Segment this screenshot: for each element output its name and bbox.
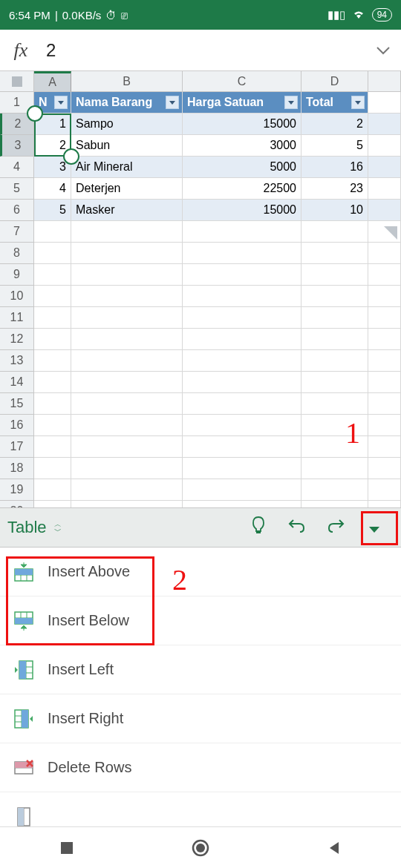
cell[interactable] xyxy=(71,329,183,350)
row-header-3[interactable]: 3 xyxy=(0,135,34,157)
cell[interactable] xyxy=(34,221,71,243)
cell[interactable] xyxy=(368,415,401,436)
filter-dropdown-icon[interactable] xyxy=(166,96,179,109)
cell[interactable]: Total xyxy=(301,92,368,114)
cell[interactable] xyxy=(183,329,301,350)
row-header-16[interactable]: 16 xyxy=(0,415,34,436)
nav-home-icon[interactable] xyxy=(189,837,212,859)
cell[interactable] xyxy=(71,307,183,329)
cell[interactable] xyxy=(368,200,401,221)
cell[interactable] xyxy=(34,436,71,458)
cell[interactable] xyxy=(71,436,183,458)
cell[interactable]: Sampo xyxy=(71,114,183,135)
cell[interactable] xyxy=(71,264,183,286)
cell[interactable]: 2 xyxy=(301,114,368,135)
cell[interactable] xyxy=(34,415,71,436)
cell[interactable] xyxy=(301,458,368,479)
cell[interactable]: Deterjen xyxy=(71,178,183,200)
row-header-15[interactable]: 15 xyxy=(0,393,34,415)
select-all-corner[interactable] xyxy=(0,71,34,92)
cell[interactable] xyxy=(368,479,401,501)
row-header-17[interactable]: 17 xyxy=(0,436,34,458)
menu-item-insert-right[interactable]: Insert Right xyxy=(0,694,401,743)
cell[interactable] xyxy=(301,286,368,307)
row-header-2[interactable]: 2 xyxy=(0,114,34,135)
cell[interactable] xyxy=(183,221,301,243)
cell[interactable] xyxy=(301,372,368,393)
cell[interactable] xyxy=(183,264,301,286)
row-header-11[interactable]: 11 xyxy=(0,307,34,329)
cell[interactable] xyxy=(301,221,368,243)
cell[interactable] xyxy=(71,415,183,436)
cell[interactable] xyxy=(368,92,401,114)
cell[interactable]: 22500 xyxy=(183,178,301,200)
cell[interactable]: 2 xyxy=(34,135,71,157)
cell[interactable] xyxy=(183,415,301,436)
row-header-4[interactable]: 4 xyxy=(0,157,34,178)
cell[interactable]: 5 xyxy=(34,200,71,221)
column-header-C[interactable]: C xyxy=(183,71,301,92)
cell[interactable]: Nama Barang xyxy=(71,92,183,114)
row-header-12[interactable]: 12 xyxy=(0,329,34,350)
cell[interactable]: Air Mineral xyxy=(71,157,183,178)
cell[interactable] xyxy=(368,350,401,372)
cell[interactable] xyxy=(71,350,183,372)
cell[interactable] xyxy=(301,393,368,415)
row-header-13[interactable]: 13 xyxy=(0,350,34,372)
cell[interactable] xyxy=(34,372,71,393)
cell[interactable] xyxy=(34,307,71,329)
column-header-blank[interactable] xyxy=(368,71,401,92)
cell[interactable] xyxy=(301,329,368,350)
cell[interactable] xyxy=(183,243,301,264)
cell[interactable] xyxy=(368,307,401,329)
cell[interactable] xyxy=(368,243,401,264)
cell[interactable]: 5000 xyxy=(183,157,301,178)
cell[interactable] xyxy=(71,221,183,243)
cell[interactable] xyxy=(71,458,183,479)
lightbulb-icon[interactable] xyxy=(239,516,278,539)
nav-recent-icon[interactable] xyxy=(56,837,78,859)
cell[interactable]: 10 xyxy=(301,200,368,221)
cell[interactable]: N xyxy=(34,92,71,114)
cell[interactable] xyxy=(34,329,71,350)
filter-dropdown-icon[interactable] xyxy=(54,96,68,109)
cell[interactable] xyxy=(71,243,183,264)
menu-item-delete-rows[interactable]: Delete Rows xyxy=(0,743,401,792)
cell[interactable] xyxy=(183,436,301,458)
cell[interactable] xyxy=(301,307,368,329)
cell[interactable] xyxy=(183,350,301,372)
cell[interactable] xyxy=(368,157,401,178)
cell[interactable] xyxy=(368,264,401,286)
cell[interactable]: 5 xyxy=(301,135,368,157)
row-header-7[interactable]: 7 xyxy=(0,221,34,243)
cell[interactable] xyxy=(71,286,183,307)
menu-item-insert-left[interactable]: Insert Left xyxy=(0,645,401,694)
row-header-14[interactable]: 14 xyxy=(0,372,34,393)
cell[interactable] xyxy=(368,372,401,393)
cell[interactable] xyxy=(183,393,301,415)
cell[interactable] xyxy=(183,286,301,307)
cell[interactable] xyxy=(34,264,71,286)
cell[interactable] xyxy=(368,393,401,415)
cell[interactable] xyxy=(71,372,183,393)
cell[interactable]: 3 xyxy=(34,157,71,178)
row-header-1[interactable]: 1 xyxy=(0,92,34,114)
cell[interactable] xyxy=(368,178,401,200)
row-header-8[interactable]: 8 xyxy=(0,243,34,264)
cell[interactable] xyxy=(301,479,368,501)
cell[interactable]: Sabun xyxy=(71,135,183,157)
column-header-D[interactable]: D xyxy=(301,71,368,92)
cell[interactable] xyxy=(183,479,301,501)
cell[interactable] xyxy=(301,243,368,264)
formula-value[interactable]: 2 xyxy=(42,40,365,61)
cell[interactable] xyxy=(368,458,401,479)
cell[interactable]: 15000 xyxy=(183,114,301,135)
cell[interactable] xyxy=(368,114,401,135)
formula-bar[interactable]: fx 2 xyxy=(0,30,401,71)
cell[interactable]: Harga Satuan xyxy=(183,92,301,114)
cell[interactable] xyxy=(34,393,71,415)
cell[interactable]: 23 xyxy=(301,178,368,200)
cell[interactable] xyxy=(368,329,401,350)
column-header-A[interactable]: A xyxy=(34,71,71,92)
cell[interactable]: 16 xyxy=(301,157,368,178)
